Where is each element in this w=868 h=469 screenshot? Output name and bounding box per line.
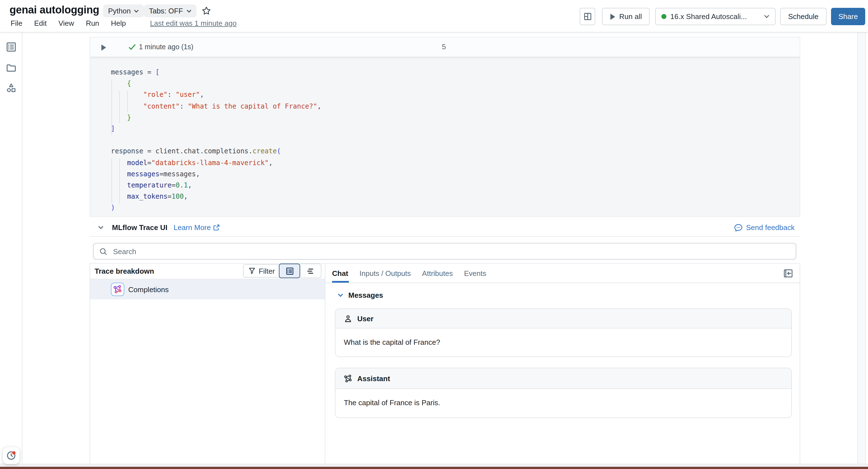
trace-breakdown-panel: Trace breakdown Filter: [90, 264, 326, 463]
user-icon: [344, 314, 352, 323]
trace-breakdown-title: Trace breakdown: [95, 267, 154, 275]
message-role: Assistant: [357, 374, 390, 382]
cell-header: 1 minute ago (1s) 5: [90, 37, 800, 57]
schedule-button[interactable]: Schedule: [780, 8, 827, 25]
learn-more-link[interactable]: Learn More: [174, 223, 220, 232]
tabs-toggle[interactable]: Tabs: OFF: [144, 4, 196, 18]
completions-span-icon: [111, 282, 124, 296]
mlflow-trace-section-header: MLflow Trace UI Learn More Send feedback: [90, 220, 800, 237]
notebook-cell: 1 minute ago (1s) 5 messages = [ { "role…: [90, 37, 800, 217]
list-detail-icon: [285, 267, 294, 275]
version-history-button[interactable]: [3, 447, 20, 464]
trace-viewer: Trace breakdown Filter: [90, 263, 800, 463]
menu-help[interactable]: Help: [110, 19, 127, 28]
trace-search: [93, 243, 796, 260]
code-block: messages = [ { "role": "user", "content"…: [111, 67, 321, 213]
chevron-down-icon: [134, 9, 139, 12]
tab-chat[interactable]: Chat: [332, 264, 348, 282]
cluster-selector[interactable]: 16.x Shared Autoscali...: [655, 8, 776, 25]
schedule-label: Schedule: [788, 12, 818, 21]
menu-edit[interactable]: Edit: [33, 19, 48, 28]
run-cell-icon[interactable]: [101, 44, 106, 51]
messages-title: Messages: [348, 291, 383, 299]
share-button[interactable]: Share: [831, 8, 865, 25]
code-editor[interactable]: messages = [ { "role": "user", "content"…: [90, 57, 800, 217]
filter-label: Filter: [259, 267, 275, 275]
folder-icon[interactable]: [6, 63, 16, 73]
learn-more-label: Learn More: [174, 223, 211, 232]
window-bottom-strip: [0, 463, 868, 467]
completions-span-label: Completions: [128, 285, 169, 294]
tabs-toggle-label: Tabs: OFF: [149, 7, 183, 15]
detail-list-view-button[interactable]: [279, 264, 300, 278]
feedback-bubble-icon: [735, 224, 743, 231]
vertical-scrollbar[interactable]: [857, 32, 866, 463]
left-sidebar: [0, 32, 22, 463]
gantt-bars-icon: [306, 267, 315, 274]
message-card-header: Assistant: [335, 368, 791, 389]
message-content: The capital of France is Paris.: [335, 389, 791, 416]
table-of-contents-icon[interactable]: [6, 42, 16, 52]
notebook-header: genai autologging Python Tabs: OFF File …: [0, 0, 868, 32]
search-input[interactable]: [112, 246, 790, 256]
messages-section-header[interactable]: Messages: [326, 291, 383, 299]
message-card-assistant: Assistant The capital of France is Paris…: [335, 368, 792, 418]
share-label: Share: [838, 12, 858, 21]
detail-tabs: Chat Inputs / Outputs Attributes Events: [326, 264, 800, 283]
language-label: Python: [108, 7, 131, 15]
menu-view[interactable]: View: [57, 19, 75, 28]
funnel-icon: [249, 268, 255, 274]
success-check-icon: [128, 44, 136, 51]
collapse-chevron-icon[interactable]: [98, 226, 103, 230]
cell-run-status: 1 minute ago (1s): [139, 43, 193, 51]
chevron-down-icon: [764, 14, 769, 19]
execution-count: 5: [442, 42, 446, 51]
message-role: User: [357, 314, 374, 323]
layout-grid-icon: [583, 12, 592, 21]
assistant-network-icon: [344, 374, 352, 382]
trace-span-completions[interactable]: Completions: [90, 279, 325, 299]
menu-run[interactable]: Run: [85, 19, 100, 28]
assets-shapes-icon[interactable]: [6, 83, 16, 93]
collapse-panel-icon[interactable]: [783, 269, 793, 278]
language-selector[interactable]: Python: [103, 4, 144, 18]
view-mode-toggle: [279, 264, 321, 278]
favorite-star-icon[interactable]: [200, 4, 212, 17]
trace-breakdown-header: Trace breakdown Filter: [90, 264, 325, 279]
timeline-view-button[interactable]: [300, 264, 321, 278]
cluster-label: 16.x Shared Autoscali...: [670, 12, 747, 21]
notebook-title: genai autologging: [9, 4, 99, 16]
send-feedback-label: Send feedback: [746, 223, 795, 232]
databricks-notebook-app: genai autologging Python Tabs: OFF File …: [0, 0, 868, 469]
send-feedback-link[interactable]: Send feedback: [735, 223, 795, 232]
last-edit-link[interactable]: Last edit was 1 minute ago: [150, 19, 237, 27]
menu-bar: File Edit View Run Help Last edit was 1 …: [9, 19, 237, 28]
message-card-user: User What is the capital of France?: [335, 308, 792, 357]
search-icon: [99, 247, 107, 256]
external-link-icon: [214, 225, 220, 231]
mlflow-section-title: MLflow Trace UI: [112, 223, 167, 232]
tab-events[interactable]: Events: [464, 264, 486, 282]
span-detail-panel: Chat Inputs / Outputs Attributes Events …: [326, 264, 800, 463]
run-all-button[interactable]: Run all: [602, 8, 650, 25]
active-tab-indicator: [332, 281, 349, 282]
notification-dot: [12, 451, 16, 455]
tab-attributes[interactable]: Attributes: [422, 264, 453, 282]
filter-button[interactable]: Filter: [243, 264, 281, 277]
menu-file[interactable]: File: [9, 19, 24, 28]
tab-inputs-outputs[interactable]: Inputs / Outputs: [360, 264, 411, 282]
run-all-label: Run all: [619, 12, 642, 21]
message-content: What is the capital of France?: [335, 329, 791, 356]
play-icon: [610, 13, 615, 20]
chevron-down-icon: [338, 293, 343, 297]
desktop-edge-bar: [0, 467, 868, 469]
cluster-status-dot: [661, 14, 666, 19]
layout-view-button[interactable]: [580, 8, 595, 25]
clock-icon: [6, 450, 16, 461]
message-card-header: User: [335, 309, 791, 329]
chevron-down-icon: [186, 9, 191, 12]
